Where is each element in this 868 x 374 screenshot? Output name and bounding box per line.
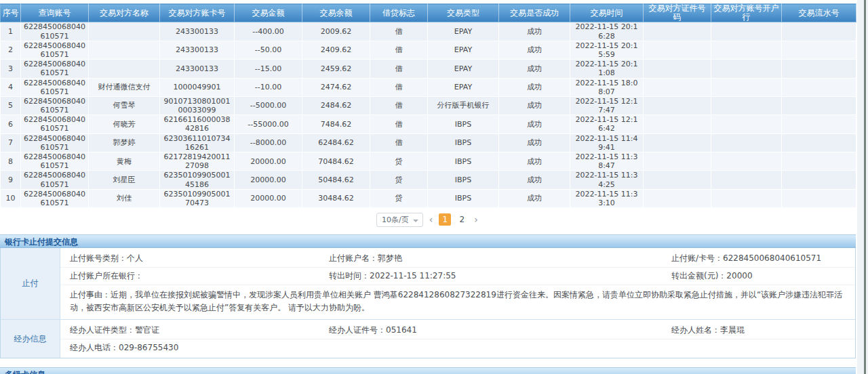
table-cell: 借: [370, 60, 428, 78]
table-cell: 1: [1, 22, 21, 41]
field-bank: 止付账户所在银行：: [70, 270, 329, 282]
table-cell: [782, 60, 856, 78]
field-account-type: 止付账号类别：个人: [70, 253, 329, 264]
table-cell: [711, 133, 782, 152]
table-row[interactable]: 106228450068040610571刘佳62350109905001704…: [1, 189, 856, 207]
table-cell: 2022-11-15 20:16:28: [570, 22, 644, 41]
operator-group-label: 经办信息: [1, 320, 60, 358]
stop-payment-section-title: 银行卡止付提交信息: [0, 234, 856, 248]
table-cell: 50484.62: [302, 171, 370, 189]
table-cell: 分行版手机银行: [428, 96, 499, 115]
page-size-select[interactable]: 10条/页: [376, 213, 423, 227]
table-row[interactable]: 16228450068040610571243300133--400.00200…: [1, 22, 856, 41]
table-cell: --50.00: [235, 41, 302, 59]
prev-page-button[interactable]: ‹: [428, 214, 435, 225]
table-cell: IBPS: [428, 171, 499, 189]
stop-payment-panel: 止付 止付账号类别：个人 止付账户名：郭梦艳 止付账/卡号：6228450068…: [0, 248, 856, 358]
column-header: 交易类型: [428, 4, 499, 22]
table-row[interactable]: 26228450068040610571243300133--50.002409…: [1, 41, 856, 59]
table-cell: 9010713080100100033099: [160, 96, 235, 115]
field-account-name: 止付账户名：郭梦艳: [329, 253, 671, 264]
next-page-button[interactable]: ›: [473, 214, 479, 225]
table-cell: [782, 189, 856, 207]
table-row[interactable]: 66228450068040610571何晓芳62166116000038428…: [1, 115, 856, 133]
column-header: 借贷标志: [370, 4, 428, 22]
table-cell: [782, 78, 856, 96]
table-cell: 6217281942001127098: [160, 152, 235, 171]
table-cell: [644, 22, 711, 41]
field-transfer-time: 转出时间：2022-11-15 11:27:55: [329, 270, 671, 282]
page-1-button[interactable]: 1: [439, 213, 451, 226]
table-cell: [782, 115, 856, 133]
table-cell: [711, 189, 782, 207]
table-cell: [644, 171, 711, 189]
table-cell: 借: [370, 96, 428, 115]
table-cell: 借: [370, 22, 428, 41]
table-cell: 62484.62: [302, 133, 370, 152]
table-cell: 贷: [370, 171, 428, 189]
table-cell: [644, 96, 711, 115]
table-cell: 20000.00: [235, 189, 302, 207]
table-cell: [782, 171, 856, 189]
table-cell: [782, 96, 856, 115]
table-cell: 243300133: [160, 60, 235, 78]
table-cell: 成功: [499, 133, 570, 152]
table-cell: [782, 152, 856, 171]
table-cell: 成功: [499, 60, 570, 78]
table-cell: 2459.62: [302, 60, 370, 78]
table-cell: 2022-11-15 11:33:10: [570, 189, 644, 207]
table-cell: --10.00: [235, 78, 302, 96]
table-cell: [89, 41, 160, 59]
table-row[interactable]: 86228450068040610571黄梅621728194200112709…: [1, 152, 856, 171]
table-cell: 20000.00: [235, 171, 302, 189]
table-cell: 借: [370, 41, 428, 59]
table-cell: IBPS: [428, 189, 499, 207]
table-cell: 2009.62: [302, 22, 370, 41]
table-cell: 何晓芳: [89, 115, 160, 133]
table-cell: 2022-11-15 11:49:41: [570, 133, 644, 152]
table-cell: 郭梦婷: [89, 133, 160, 152]
table-cell: [711, 41, 782, 59]
table-cell: --400.00: [235, 22, 302, 41]
page-2-button[interactable]: 2: [456, 213, 468, 226]
table-cell: 6228450068040610571: [21, 78, 89, 96]
table-cell: [782, 22, 856, 41]
table-cell: 6228450068040610571: [21, 171, 89, 189]
table-cell: EPAY: [428, 22, 499, 41]
table-row[interactable]: 96228450068040610571刘星臣62350109905001451…: [1, 171, 856, 189]
stop-payment-page: 序号查询账号交易对方名称交易对方账卡号交易金额交易余额借贷标志交易类型交易是否成…: [0, 0, 868, 374]
table-row[interactable]: 46228450068040610571财付通微信支付1000049901--1…: [1, 78, 856, 96]
table-cell: EPAY: [428, 41, 499, 59]
right-scrollbar-gutter[interactable]: [857, 0, 868, 374]
table-cell: IBPS: [428, 133, 499, 152]
table-row[interactable]: 36228450068040610571243300133--15.002459…: [1, 60, 856, 78]
table-cell: 2022-11-15 20:11:08: [570, 60, 644, 78]
table-cell: 6: [1, 115, 21, 133]
operator-info-group: 经办信息 经办人证件类型：警官证 经办人证件号：051641 经办人姓名：李晨琨…: [1, 319, 855, 358]
table-cell: [711, 78, 782, 96]
table-cell: 7: [1, 133, 21, 152]
table-cell: 财付通微信支付: [89, 78, 160, 96]
table-row[interactable]: 56228450068040610571何雪琴90107130801001000…: [1, 96, 856, 115]
table-cell: 10: [1, 189, 21, 207]
table-cell: 贷: [370, 189, 428, 207]
field-operator-id-type: 经办人证件类型：警官证: [70, 325, 329, 336]
table-cell: [711, 60, 782, 78]
screen-edge-line: [864, 0, 866, 374]
table-cell: 6228450068040610571: [21, 152, 89, 171]
table-cell: 成功: [499, 41, 570, 59]
table-row[interactable]: 76228450068040610571郭梦婷62303611010734162…: [1, 133, 856, 152]
table-cell: 成功: [499, 22, 570, 41]
table-cell: 何雪琴: [89, 96, 160, 115]
table-cell: 6228450068040610571: [21, 96, 89, 115]
table-cell: 6235010990500145186: [160, 171, 235, 189]
table-cell: [644, 133, 711, 152]
field-card-no: 止付账/卡号：6228450068040610571: [671, 253, 855, 264]
header-row: 序号查询账号交易对方名称交易对方账卡号交易金额交易余额借贷标志交易类型交易是否成…: [1, 4, 856, 22]
table-cell: 6228450068040610571: [21, 41, 89, 59]
table-cell: 成功: [499, 96, 570, 115]
table-cell: [89, 22, 160, 41]
table-cell: 3: [1, 60, 21, 78]
table-cell: 30484.62: [302, 189, 370, 207]
stop-payment-group: 止付 止付账号类别：个人 止付账户名：郭梦艳 止付账/卡号：6228450068…: [1, 248, 855, 319]
